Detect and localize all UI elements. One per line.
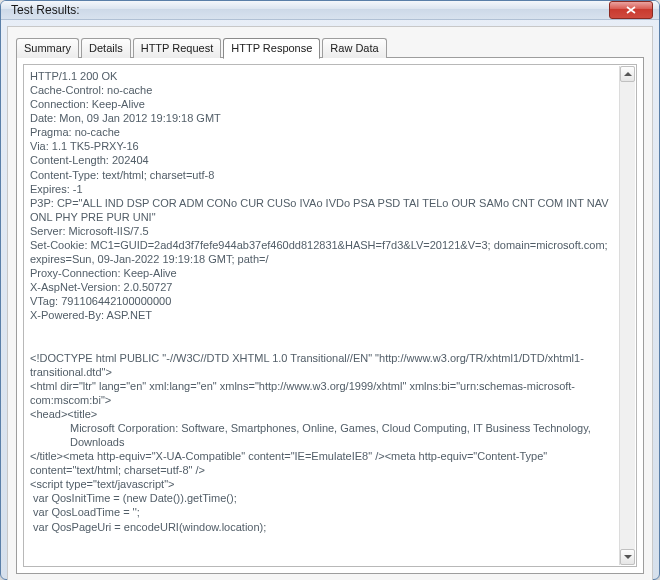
- response-headers: HTTP/1.1 200 OK Cache-Control: no-cache …: [30, 70, 612, 321]
- chevron-up-icon: [624, 72, 632, 76]
- response-body-title: Microsoft Corporation: Software, Smartph…: [30, 421, 618, 449]
- tab-raw-data[interactable]: Raw Data: [322, 38, 386, 58]
- http-response-text[interactable]: HTTP/1.1 200 OK Cache-Control: no-cache …: [23, 64, 637, 567]
- close-icon: [626, 4, 636, 16]
- dialog-window: Test Results: Summary Details HTTP Reque…: [0, 0, 660, 580]
- dialog-button-row: Close: [16, 574, 644, 580]
- tab-summary[interactable]: Summary: [16, 38, 79, 58]
- tab-details[interactable]: Details: [81, 38, 131, 58]
- chevron-down-icon: [624, 555, 632, 559]
- window-close-button[interactable]: [609, 1, 653, 19]
- client-area: Summary Details HTTP Request HTTP Respon…: [7, 26, 653, 580]
- response-body-post: </title><meta http-equiv="X-UA-Compatibl…: [30, 450, 550, 532]
- scrollbar[interactable]: [619, 66, 635, 565]
- response-body-pre: <!DOCTYPE html PUBLIC "-//W3C//DTD XHTML…: [30, 352, 584, 420]
- scroll-up-button[interactable]: [620, 66, 635, 82]
- titlebar[interactable]: Test Results:: [1, 1, 659, 20]
- tab-panel-http-response: HTTP/1.1 200 OK Cache-Control: no-cache …: [16, 57, 644, 574]
- tab-http-response[interactable]: HTTP Response: [223, 38, 320, 59]
- window-title: Test Results:: [11, 3, 609, 17]
- tab-strip: Summary Details HTTP Request HTTP Respon…: [16, 37, 644, 57]
- tab-http-request[interactable]: HTTP Request: [133, 38, 222, 58]
- scroll-down-button[interactable]: [620, 549, 635, 565]
